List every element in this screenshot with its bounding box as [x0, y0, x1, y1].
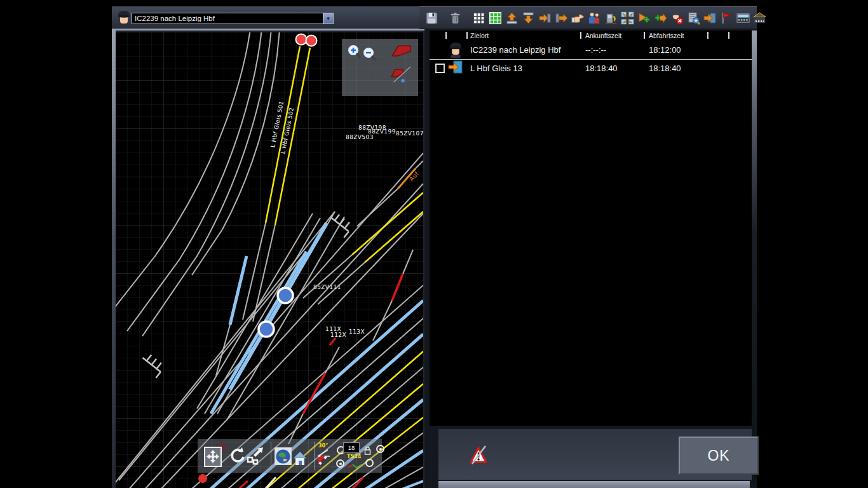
map-label: 88ZV503: [346, 134, 374, 140]
blue-position-marker[interactable]: [278, 288, 293, 303]
map-label: 85ZV107: [396, 130, 423, 137]
cell-abfahrtszeit: 18:18:40: [649, 64, 681, 73]
schedule-window: ZielortAnkunftszeitAbfahrtszeit IC2239 n…: [424, 6, 757, 488]
cell-ankunftszeit: 18:18:40: [585, 64, 618, 73]
warning-crossed-icon: [469, 445, 488, 468]
ts-label: TS14: [347, 454, 361, 459]
grid-size-input[interactable]: 18: [343, 442, 360, 453]
train-selector-value: IC2239 nach Leipzig Hbf: [132, 15, 323, 22]
map-window: IC2239 nach Leipzig Hbf ▼: [112, 6, 427, 488]
import-up-icon[interactable]: [505, 11, 519, 25]
train-selector-dropdown[interactable]: IC2239 nach Leipzig Hbf ▼: [132, 13, 334, 24]
train-driver-icon: [116, 10, 132, 30]
vertical-scrollbar[interactable]: [752, 30, 757, 483]
red-dot-marker: [198, 474, 207, 483]
delete-icon[interactable]: [449, 11, 462, 25]
grid-white-icon[interactable]: [472, 11, 485, 25]
task-settings-icon[interactable]: [687, 11, 700, 25]
ok-button[interactable]: OK: [679, 437, 759, 475]
column-separator[interactable]: [466, 32, 468, 39]
column-separator[interactable]: [644, 32, 645, 39]
row-checkbox[interactable]: [435, 64, 445, 73]
center-view-icon[interactable]: [621, 11, 634, 25]
fuel-station-icon[interactable]: [604, 11, 618, 25]
main-toolbar: [419, 6, 757, 29]
grid-green-icon[interactable]: [489, 11, 502, 25]
map-titlebar: IC2239 nach Leipzig Hbf ▼: [112, 6, 427, 30]
column-header-abfahrtszeit[interactable]: Abfahrtszeit: [649, 32, 684, 39]
footer-panel: OK: [438, 429, 752, 480]
schedule-row[interactable]: L Hbf Gleis 1318:18:4018:18:40: [430, 60, 752, 77]
move-into-icon[interactable]: [538, 11, 552, 25]
map-overlay-panel: [342, 39, 418, 96]
separator: [271, 442, 271, 470]
nav-radio-4[interactable]: [365, 459, 374, 467]
add-train-icon[interactable]: [637, 11, 651, 25]
column-separator[interactable]: [580, 32, 581, 39]
map-nav-toolbar: 30° 18: [198, 439, 382, 473]
zoom-in-icon[interactable]: [347, 44, 362, 63]
map-label: 85ZV111: [313, 284, 341, 290]
red-train-marker[interactable]: [306, 36, 317, 46]
export-down-icon[interactable]: [522, 11, 535, 25]
column-separator[interactable]: [707, 32, 709, 39]
rotate-tool-button[interactable]: [229, 447, 246, 468]
train-driver-icon: [448, 41, 463, 61]
cell-zielort: L Hbf Gleis 13: [470, 64, 522, 73]
depot-shed-icon[interactable]: [753, 11, 766, 25]
cell-abfahrtszeit: 18:12:00: [649, 45, 681, 55]
ts-curve-icon: [348, 460, 363, 471]
pan-tool-button[interactable]: [204, 447, 222, 467]
save-icon[interactable]: [425, 11, 438, 25]
ok-button-label: OK: [707, 447, 729, 464]
magnet-icon[interactable]: [316, 454, 332, 470]
chevron-down-icon[interactable]: ▼: [323, 13, 333, 24]
column-separator[interactable]: [728, 32, 729, 39]
world-view-button[interactable]: [275, 447, 292, 465]
shunt-signal-icon[interactable]: [389, 64, 414, 88]
passengers-icon[interactable]: [588, 11, 601, 25]
main-signal-icon[interactable]: [390, 44, 413, 60]
screen: IC2239 nach Leipzig Hbf ▼: [0, 0, 868, 488]
table-header: ZielortAnkunftszeitAbfahrtszeit: [430, 30, 752, 41]
column-header-zielort[interactable]: Zielort: [470, 32, 489, 39]
track-map-svg: [116, 32, 423, 488]
map-label: 112X: [330, 332, 346, 338]
nav-radio-3[interactable]: [336, 459, 344, 468]
red-train-marker[interactable]: [296, 34, 307, 45]
lock-icon[interactable]: [364, 446, 371, 458]
schedule-row[interactable]: IC2239 nach Leipzig Hbf--:--:--18:12:00: [430, 41, 752, 59]
track-map[interactable]: L Hbf Gleis 501L Hbf Gleis 50288ZV19888Z…: [116, 32, 423, 488]
blue-position-marker[interactable]: [259, 322, 274, 337]
column-separator[interactable]: [445, 32, 447, 39]
footer-status-strip: [438, 481, 750, 488]
grid-size-value: 18: [348, 444, 355, 451]
cell-zielort: IC2239 nach Leipzig Hbf: [470, 45, 560, 55]
row-divider: [430, 59, 752, 60]
enter-depot-icon[interactable]: [703, 11, 717, 25]
arrow-into-platform-icon: [448, 60, 463, 76]
angle-label: 30°: [318, 443, 328, 449]
platform-panel-icon[interactable]: [736, 11, 750, 25]
cell-ankunftszeit: --:--:--: [585, 45, 606, 55]
move-out-icon[interactable]: [555, 11, 568, 25]
add-stop-icon[interactable]: [654, 11, 667, 25]
jump-tool-button[interactable]: [246, 446, 264, 469]
schedule-table[interactable]: ZielortAnkunftszeitAbfahrtszeit IC2239 n…: [430, 30, 752, 426]
flag-icon[interactable]: [720, 11, 733, 25]
map-label: 113X: [349, 329, 365, 335]
separator: [314, 442, 315, 470]
nav-radio-2[interactable]: [376, 445, 384, 453]
home-view-button[interactable]: [292, 451, 308, 470]
hand-icon[interactable]: [571, 11, 585, 25]
column-header-ankunftszeit[interactable]: Ankunftszeit: [585, 32, 621, 39]
remove-driver-icon[interactable]: [670, 11, 684, 25]
zoom-out-icon[interactable]: [362, 46, 377, 65]
